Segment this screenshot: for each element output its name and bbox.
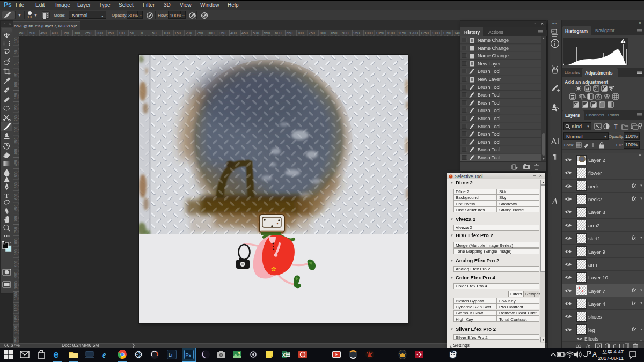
svg-text:350: 350 [14, 138, 18, 144]
svg-text:250: 250 [14, 115, 18, 121]
svg-text:950: 950 [14, 271, 18, 277]
svg-text:600: 600 [14, 194, 18, 200]
svg-text:350: 350 [219, 31, 225, 35]
svg-text:Ps: Ps [186, 352, 192, 358]
svg-text:1000: 1000 [14, 281, 18, 289]
svg-text:200: 200 [14, 104, 18, 110]
svg-text:550: 550 [264, 31, 270, 35]
svg-text:1200: 1200 [409, 31, 418, 35]
svg-text:Lr: Lr [169, 352, 173, 358]
svg-text:400: 400 [52, 31, 58, 35]
svg-text:600: 600 [275, 31, 282, 35]
svg-text:500: 500 [14, 171, 18, 177]
svg-text:900: 900 [14, 261, 18, 267]
svg-text:A: A [551, 137, 557, 145]
svg-text:100: 100 [14, 37, 18, 43]
svg-text:500: 500 [253, 31, 259, 35]
svg-text:150: 150 [174, 31, 181, 35]
svg-text:50: 50 [14, 72, 18, 77]
svg-text:T: T [5, 191, 9, 200]
svg-text:1050: 1050 [14, 292, 18, 300]
svg-text:900: 900 [342, 31, 349, 35]
svg-text:0: 0 [14, 63, 18, 65]
svg-text:100: 100 [14, 82, 18, 87]
svg-text:650: 650 [286, 31, 292, 35]
svg-text:250: 250 [197, 31, 203, 35]
svg-text:350: 350 [63, 31, 69, 35]
svg-text:1050: 1050 [376, 31, 384, 35]
svg-text:1350: 1350 [443, 31, 451, 35]
svg-text:¶: ¶ [553, 152, 557, 160]
svg-text:T: T [614, 123, 618, 130]
svg-text:100: 100 [119, 31, 125, 35]
svg-text:1100: 1100 [387, 31, 395, 35]
svg-text:50: 50 [14, 50, 18, 54]
svg-text:500: 500 [29, 31, 35, 35]
svg-text:1250: 1250 [420, 31, 429, 35]
svg-text:50: 50 [152, 31, 157, 35]
svg-text:1150: 1150 [398, 31, 406, 35]
svg-text:1000: 1000 [364, 31, 373, 35]
svg-text:1300: 1300 [431, 31, 440, 35]
svg-text:100: 100 [163, 31, 170, 35]
svg-text:300: 300 [14, 127, 18, 132]
svg-text:550: 550 [14, 182, 18, 188]
svg-text:750: 750 [14, 227, 18, 233]
svg-text:300: 300 [208, 31, 215, 35]
svg-text:800: 800 [14, 238, 18, 244]
svg-text:50: 50 [130, 31, 134, 35]
svg-text:450: 450 [241, 31, 248, 35]
svg-text:X: X [282, 352, 286, 358]
svg-text:400: 400 [230, 31, 237, 35]
svg-text:950: 950 [353, 31, 360, 35]
svg-text:150: 150 [107, 31, 114, 35]
svg-text:250: 250 [85, 31, 92, 35]
svg-text:e: e [54, 350, 59, 359]
svg-text:700: 700 [14, 216, 18, 221]
svg-text:400: 400 [14, 149, 18, 154]
svg-text:1150: 1150 [14, 315, 18, 322]
svg-text:800: 800 [320, 31, 326, 35]
svg-text:150: 150 [14, 93, 18, 99]
svg-text:850: 850 [331, 31, 338, 35]
svg-text:750: 750 [309, 31, 315, 35]
svg-text:700: 700 [297, 31, 304, 35]
svg-text:300: 300 [74, 31, 80, 35]
svg-text:A: A [552, 197, 558, 206]
svg-text:0: 0 [141, 31, 143, 35]
svg-text:200: 200 [186, 31, 192, 35]
svg-text:450: 450 [40, 31, 47, 35]
svg-text:1100: 1100 [14, 304, 18, 311]
svg-text:650: 650 [14, 205, 18, 211]
svg-text:450: 450 [14, 160, 18, 166]
svg-text:e: e [102, 350, 106, 359]
svg-text:850: 850 [14, 249, 18, 255]
svg-text:1200: 1200 [14, 326, 18, 334]
svg-text:200: 200 [96, 31, 103, 35]
